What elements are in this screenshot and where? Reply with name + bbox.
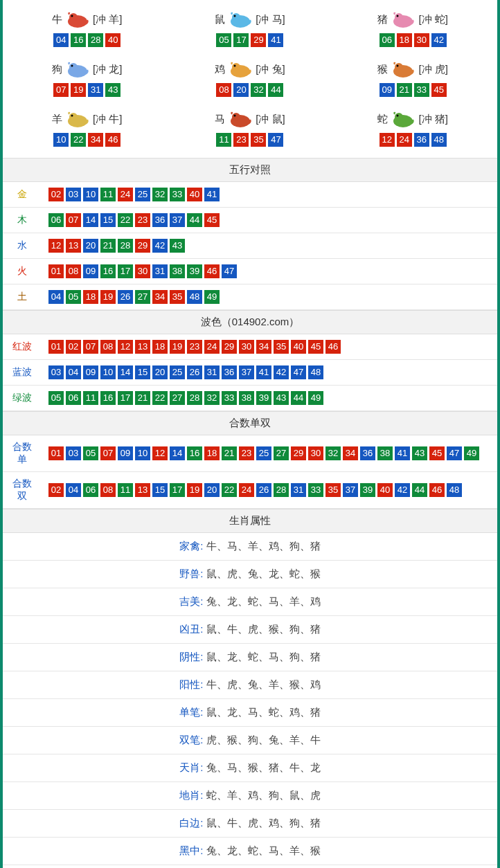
- number-ball: 36: [152, 213, 168, 227]
- number-ball: 37: [170, 213, 185, 227]
- number-ball: 34: [88, 133, 103, 147]
- number-ball: 25: [170, 365, 185, 379]
- svg-point-4: [232, 13, 240, 21]
- attr-row: 双笔: 虎、猴、狗、兔、羊、牛: [3, 727, 497, 754]
- attr-row: 单笔: 鼠、龙、马、蛇、鸡、猪: [3, 699, 497, 727]
- ball-row: 10223446: [6, 133, 168, 147]
- number-ball: 24: [239, 483, 254, 497]
- number-ball: 42: [152, 239, 168, 253]
- number-ball: 43: [412, 446, 427, 460]
- number-ball: 38: [377, 446, 393, 460]
- zodiac-title: 马[冲 鼠]: [168, 108, 331, 130]
- attr-row: 凶丑: 鼠、牛、虎、猴、狗、猪: [3, 616, 497, 644]
- number-ball: 38: [170, 264, 185, 278]
- number-ball: 24: [204, 340, 220, 354]
- number-ball: 15: [135, 365, 150, 379]
- attr-label: 凶丑:: [179, 623, 203, 635]
- horse-icon: [226, 109, 254, 129]
- number-ball: 27: [135, 290, 150, 304]
- zodiac-clash: [冲 鼠]: [256, 113, 285, 126]
- wuxing-label: 金: [3, 182, 42, 208]
- attr-row: 阳性: 牛、虎、兔、羊、猴、鸡: [3, 671, 497, 699]
- number-ball: 46: [429, 483, 445, 497]
- number-ball: 18: [397, 33, 412, 47]
- number-ball: 49: [464, 446, 479, 460]
- number-ball: 07: [66, 213, 81, 227]
- attr-label: 单笔:: [179, 706, 203, 718]
- ox-icon: [64, 9, 91, 30]
- rat-icon: [226, 9, 254, 30]
- zodiac-cell: 羊[冲 牛]10223446: [6, 104, 168, 154]
- zodiac-name: 猴: [377, 63, 388, 76]
- svg-point-26: [397, 115, 399, 117]
- svg-point-20: [71, 115, 73, 117]
- number-ball: 06: [66, 391, 81, 405]
- svg-point-22: [232, 113, 240, 121]
- svg-point-23: [234, 115, 236, 117]
- attr-label: 白边:: [179, 817, 203, 829]
- ball-row: 04162840: [6, 33, 168, 47]
- zodiac-name: 蛇: [377, 113, 388, 126]
- zodiac-name: 马: [215, 113, 225, 126]
- bose-balls: 03040910141520252631363741424748: [42, 360, 497, 386]
- number-ball: 26: [256, 483, 271, 497]
- attr-label: 黑中:: [179, 844, 203, 856]
- attr-row: 阴性: 鼠、龙、蛇、马、狗、猪: [3, 644, 497, 671]
- svg-point-16: [395, 63, 403, 71]
- number-ball: 21: [397, 83, 412, 97]
- number-ball: 04: [66, 483, 81, 497]
- number-ball: 46: [325, 340, 341, 354]
- number-ball: 44: [268, 83, 283, 97]
- dog-icon: [64, 59, 91, 80]
- bose-label: 红波: [3, 334, 42, 360]
- zodiac-cell: 鼠[冲 马]05172941: [168, 4, 331, 54]
- svg-point-19: [69, 113, 78, 121]
- number-ball: 06: [83, 483, 98, 497]
- attr-header: 生肖属性: [3, 509, 497, 533]
- number-ball: 35: [325, 483, 341, 497]
- zodiac-title: 猪[冲 蛇]: [332, 8, 494, 30]
- zodiac-clash: [冲 蛇]: [418, 13, 448, 26]
- number-ball: 11: [216, 133, 231, 147]
- number-ball: 37: [239, 365, 254, 379]
- number-ball: 07: [83, 340, 98, 354]
- wuxing-table: 金02031011242532334041木060714152223363744…: [3, 182, 497, 310]
- attr-label: 天肖:: [179, 761, 203, 773]
- number-ball: 46: [204, 264, 220, 278]
- number-ball: 08: [216, 83, 231, 97]
- number-ball: 39: [256, 391, 271, 405]
- number-ball: 01: [48, 446, 64, 460]
- rooster-icon: [226, 59, 254, 80]
- number-ball: 12: [48, 239, 64, 253]
- zodiac-cell: 鸡[冲 兔]08203244: [168, 54, 331, 104]
- number-ball: 14: [170, 446, 185, 460]
- wuxing-balls: 02031011242532334041: [42, 182, 497, 208]
- number-ball: 24: [118, 188, 133, 201]
- number-ball: 45: [308, 340, 323, 354]
- attrs-list: 家禽: 牛、马、羊、鸡、狗、猪野兽: 鼠、虎、兔、龙、蛇、猴吉美: 兔、龙、蛇、…: [3, 533, 497, 868]
- number-ball: 32: [152, 188, 168, 201]
- zodiac-title: 牛[冲 羊]: [6, 8, 168, 30]
- attr-value: 鼠、龙、蛇、马、狗、猪: [206, 651, 321, 662]
- number-ball: 33: [170, 188, 185, 201]
- number-ball: 02: [48, 188, 64, 201]
- number-ball: 14: [118, 365, 133, 379]
- zodiac-cell: 猴[冲 虎]09213345: [332, 54, 494, 104]
- number-ball: 49: [308, 391, 323, 405]
- number-ball: 40: [291, 340, 306, 354]
- zodiac-name: 狗: [52, 63, 62, 76]
- number-ball: 18: [204, 446, 220, 460]
- number-ball: 29: [251, 33, 266, 47]
- zodiac-clash: [冲 牛]: [93, 113, 123, 126]
- ball-row: 12243648: [332, 133, 494, 147]
- number-ball: 28: [187, 391, 202, 405]
- attr-value: 兔、龙、蛇、马、羊、鸡: [206, 595, 321, 607]
- number-ball: 18: [152, 340, 168, 354]
- ball-row: 05172941: [168, 33, 331, 47]
- number-ball: 19: [100, 290, 116, 304]
- number-ball: 35: [251, 133, 266, 147]
- number-ball: 29: [135, 239, 150, 253]
- number-ball: 07: [53, 83, 69, 97]
- attr-value: 鼠、龙、马、蛇、鸡、猪: [206, 706, 321, 718]
- zodiac-title: 狗[冲 龙]: [6, 58, 168, 80]
